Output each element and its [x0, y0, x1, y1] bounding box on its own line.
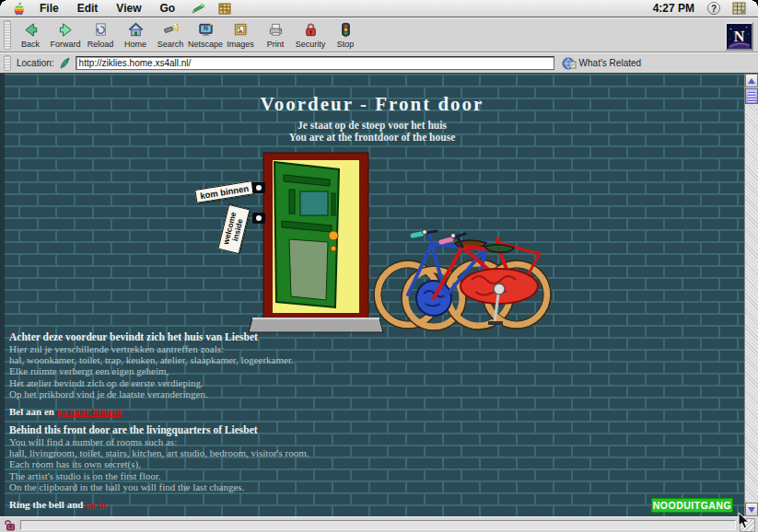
- netscape-icon: N: [197, 21, 215, 39]
- security-status-icon[interactable]: [3, 519, 17, 531]
- apple-menu[interactable]: [6, 2, 30, 16]
- svg-text:N: N: [734, 29, 745, 45]
- page-title: Voordeur - Front door: [0, 93, 744, 116]
- security-button[interactable]: Security: [293, 18, 328, 52]
- mouse-cursor: [738, 512, 751, 529]
- print-label: Print: [267, 40, 285, 49]
- whats-related-label: What's Related: [579, 58, 642, 68]
- dutch-bell-line: Bel aan en ga naar binnen: [9, 406, 555, 418]
- location-label: Location:: [17, 58, 54, 68]
- dutch-line: Elke ruimte verbergt een eigen geheim,: [9, 365, 555, 376]
- images-button[interactable]: Images: [223, 18, 258, 52]
- locationbar-collapse-grip[interactable]: [4, 55, 11, 71]
- apple-icon: [12, 2, 24, 16]
- subtitle-english: You are at the frontdoor of the house: [0, 132, 744, 143]
- english-ring-prefix: Ring the bell and: [9, 499, 83, 510]
- english-line: The artist's studio is on the first floo…: [9, 470, 555, 481]
- menu-view[interactable]: View: [107, 0, 150, 17]
- status-bar-message: [20, 520, 736, 530]
- svg-text:N: N: [204, 25, 208, 31]
- dutch-line: Hier zul je verschillende vertrekken aan…: [9, 343, 555, 354]
- doorbell-button-top[interactable]: [252, 182, 265, 193]
- menu-go[interactable]: Go: [150, 0, 184, 17]
- forward-button[interactable]: Forward: [48, 18, 83, 52]
- dutch-bell-prefix: Bel aan en: [9, 406, 54, 417]
- location-bar: Location: What's Related: [0, 52, 758, 74]
- doorbell-button-bottom[interactable]: [252, 213, 265, 224]
- dutch-line: Het atelier bevindt zich op de eerste ve…: [9, 377, 555, 388]
- forward-label: Forward: [50, 40, 80, 49]
- whats-related-icon: [562, 57, 577, 70]
- stop-label: Stop: [337, 40, 355, 49]
- url-input[interactable]: [76, 56, 554, 70]
- scroll-thumb[interactable]: [745, 88, 758, 104]
- search-icon: [162, 21, 180, 39]
- app-switcher-icon[interactable]: [726, 2, 752, 15]
- netscape-button[interactable]: N Netscape: [188, 18, 223, 52]
- english-line: hall, livingroom, toilet, stairs, kitche…: [9, 447, 555, 458]
- dutch-heading: Achter deze voordeur bevindt zich het hu…: [9, 331, 555, 343]
- scroll-up-icon: [748, 78, 755, 84]
- vertical-scrollbar[interactable]: [744, 74, 758, 516]
- english-heading: Behind this front door are the livingqua…: [9, 424, 555, 436]
- home-button[interactable]: Home: [118, 18, 153, 52]
- dutch-line: hal, woonkamer, toilet, trap, keuken, at…: [9, 354, 555, 365]
- menu-edit[interactable]: Edit: [68, 0, 108, 17]
- english-line: Each room has its own secret(s),: [9, 458, 555, 469]
- home-icon: [127, 21, 145, 39]
- back-label: Back: [21, 40, 40, 49]
- english-line: On the clipboard in the hall you will fi…: [9, 481, 555, 492]
- netscape-logo[interactable]: N: [725, 22, 753, 51]
- scroll-up-button[interactable]: [745, 74, 758, 87]
- reload-label: Reload: [87, 40, 114, 49]
- page-text: Achter deze voordeur bevindt zich het hu…: [9, 331, 555, 511]
- images-icon: [232, 21, 250, 39]
- enter-link-dutch[interactable]: ga naar binnen: [57, 406, 122, 417]
- reload-button[interactable]: Reload: [83, 18, 118, 52]
- search-label: Search: [157, 40, 184, 49]
- pencil-menu-icon[interactable]: [184, 3, 212, 15]
- images-label: Images: [227, 40, 254, 49]
- bookmark-feather-icon[interactable]: [58, 56, 72, 70]
- browser-toolbar: Back Forward Reload Home Search: [0, 17, 758, 52]
- help-icon[interactable]: ?: [707, 2, 720, 15]
- page-content: Voordeur - Front door Je staat op de sto…: [0, 74, 758, 516]
- security-label: Security: [296, 40, 326, 49]
- home-label: Home: [124, 40, 146, 49]
- menu-file[interactable]: File: [30, 0, 68, 17]
- subtitle-dutch: Je staat op de stoep voor het huis: [0, 120, 744, 131]
- doorstep: [249, 318, 383, 332]
- english-line: You will find a number of rooms such as:: [9, 436, 555, 447]
- whats-related-button[interactable]: What's Related: [562, 57, 642, 70]
- screen-corner-right: [752, 0, 758, 6]
- back-button[interactable]: Back: [13, 18, 48, 52]
- door-window: [300, 191, 328, 215]
- bicycles: [374, 230, 551, 331]
- dutch-line: Op het prikbord vind je de laatste veran…: [9, 388, 555, 399]
- netscape-label: Netscape: [188, 40, 223, 49]
- menu-bar: File Edit View Go 4:27 PM ?: [0, 0, 758, 17]
- screen-corner-left: [0, 0, 6, 6]
- english-ring-line: Ring the bell and go in: [9, 499, 555, 511]
- enter-link-english[interactable]: go in: [86, 499, 107, 510]
- forward-icon: [57, 21, 75, 39]
- status-bar: [0, 516, 758, 532]
- print-button[interactable]: Print: [258, 18, 293, 52]
- print-icon: [267, 21, 285, 39]
- reload-icon: [92, 21, 110, 39]
- stop-button[interactable]: Stop: [328, 18, 363, 52]
- grid-menu-icon[interactable]: [212, 3, 238, 15]
- toolbar-collapse-grip[interactable]: [4, 20, 11, 50]
- security-icon: [302, 21, 320, 39]
- menubar-clock[interactable]: 4:27 PM: [646, 2, 702, 15]
- emergency-exit-button[interactable]: NOODUITGANG: [651, 498, 733, 513]
- search-button[interactable]: Search: [153, 18, 188, 52]
- stop-icon: [337, 21, 355, 39]
- back-icon: [22, 21, 40, 39]
- door-knob: [329, 231, 338, 240]
